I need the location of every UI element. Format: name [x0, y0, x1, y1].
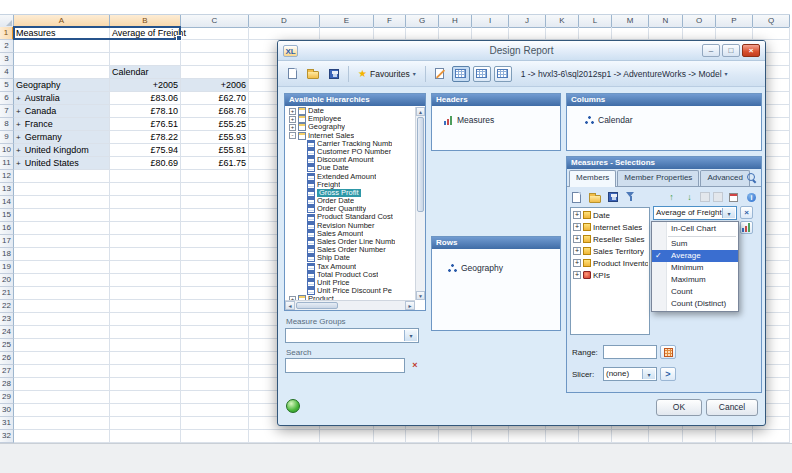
tree-item-carrier-tracking-numb[interactable]: Carrier Tracking Numb	[286, 140, 414, 148]
incell-chart-button[interactable]	[740, 221, 753, 234]
cell-Q32[interactable]	[753, 430, 790, 443]
range-picker-button[interactable]	[660, 345, 676, 359]
clear-selection-button[interactable]: ×	[740, 206, 753, 219]
search-clear-button[interactable]: ×	[409, 359, 421, 372]
cell-A31[interactable]	[14, 417, 110, 430]
chevron-down-icon[interactable]: ▾	[404, 330, 417, 341]
cell-A11[interactable]: +United States	[14, 157, 110, 170]
close-button[interactable]: ×	[742, 44, 760, 57]
row-header-28[interactable]: 28	[0, 378, 14, 391]
cell-N32[interactable]	[649, 430, 683, 443]
cell-B14[interactable]	[110, 196, 181, 209]
expand-icon[interactable]: +	[573, 223, 581, 231]
cell-O32[interactable]	[683, 430, 716, 443]
cell-B19[interactable]	[110, 261, 181, 274]
expand-icon[interactable]: +	[573, 271, 581, 279]
row-header-24[interactable]: 24	[0, 326, 14, 339]
headers-item-measures[interactable]: Measures	[432, 106, 560, 125]
cell-C23[interactable]	[181, 313, 249, 326]
menu-item-average[interactable]: ✓Average	[652, 250, 738, 262]
horizontal-scrollbar[interactable]: ◄ ►	[285, 300, 415, 310]
move-up-button[interactable]: ↑	[664, 190, 679, 205]
scrollbar-thumb[interactable]	[296, 302, 338, 309]
cell-E1[interactable]	[320, 27, 374, 40]
move-down-button[interactable]: ↓	[682, 190, 697, 205]
cell-Q1[interactable]	[753, 27, 790, 40]
cell-C30[interactable]	[181, 404, 249, 417]
cell-B13[interactable]	[110, 183, 181, 196]
tree-item-product-standard-cost[interactable]: Product Standard Cost	[286, 213, 414, 221]
menu-item-sum[interactable]: Sum	[652, 238, 738, 250]
cell-M32[interactable]	[612, 430, 649, 443]
cell-C26[interactable]	[181, 352, 249, 365]
view-button-1[interactable]	[452, 66, 470, 82]
cell-A3[interactable]	[14, 53, 110, 66]
cell-G1[interactable]	[406, 27, 439, 40]
tree-item-sales-order-line-numb[interactable]: Sales Order Line Numb	[286, 238, 414, 246]
cell-A20[interactable]	[14, 274, 110, 287]
tree-item-sales-amount[interactable]: Sales Amount	[286, 230, 414, 238]
tree-item-due-date[interactable]: Due Date	[286, 164, 414, 172]
cell-B5[interactable]: +2005	[110, 79, 181, 92]
cell-B1[interactable]: Average of Freight	[110, 27, 181, 40]
cell-B7[interactable]: £78.10	[110, 105, 181, 118]
expand-icon[interactable]: +	[573, 235, 581, 243]
cell-A14[interactable]	[14, 196, 110, 209]
refresh-button[interactable]	[286, 399, 300, 413]
tree-item-ship-date[interactable]: Ship Date	[286, 254, 414, 262]
row-header-31[interactable]: 31	[0, 417, 14, 430]
cell-P1[interactable]	[716, 27, 753, 40]
tree-item-internet-sales[interactable]: +Internet Sales	[572, 221, 648, 233]
cell-O1[interactable]	[683, 27, 716, 40]
expand-icon[interactable]: +	[573, 247, 581, 255]
row-header-14[interactable]: 14	[0, 196, 14, 209]
cell-C28[interactable]	[181, 378, 249, 391]
cell-C10[interactable]: £55.81	[181, 144, 249, 157]
cell-B29[interactable]	[110, 391, 181, 404]
filter-button[interactable]	[623, 190, 638, 205]
cell-B30[interactable]	[110, 404, 181, 417]
tree-item-sales-territory[interactable]: +Sales Territory	[572, 245, 648, 257]
row-header-22[interactable]: 22	[0, 300, 14, 313]
row-header-26[interactable]: 26	[0, 352, 14, 365]
tree-item-customer-po-number[interactable]: Customer PO Number	[286, 148, 414, 156]
dialog-titlebar[interactable]: XL Design Report – □ ×	[278, 41, 765, 61]
row-header-23[interactable]: 23	[0, 313, 14, 326]
cell-B10[interactable]: £75.94	[110, 144, 181, 157]
cell-B27[interactable]	[110, 365, 181, 378]
cell-A21[interactable]	[14, 287, 110, 300]
save-selection-button[interactable]	[605, 190, 620, 205]
cell-A8[interactable]: +France	[14, 118, 110, 131]
cell-A27[interactable]	[14, 365, 110, 378]
tree-item-extended-amount[interactable]: Extended Amount	[286, 173, 414, 181]
cell-D1[interactable]	[249, 27, 320, 40]
tree-item-order-date[interactable]: Order Date	[286, 197, 414, 205]
tree-item-date[interactable]: +Date	[286, 107, 414, 115]
tab-members[interactable]: Members	[569, 170, 616, 187]
cell-B31[interactable]	[110, 417, 181, 430]
aggregation-combo[interactable]: Average of Freight ▾	[653, 206, 737, 220]
cell-C19[interactable]	[181, 261, 249, 274]
cell-C18[interactable]	[181, 248, 249, 261]
cell-B8[interactable]: £76.51	[110, 118, 181, 131]
cell-B2[interactable]	[110, 40, 181, 53]
favourites-button[interactable]: ★ Favourites ▾	[354, 67, 420, 81]
edit-report-button[interactable]	[431, 65, 449, 83]
cell-I32[interactable]	[472, 430, 509, 443]
menu-item-in-cell-chart[interactable]: In-Cell Chart	[652, 223, 738, 235]
cell-A28[interactable]	[14, 378, 110, 391]
row-header-17[interactable]: 17	[0, 235, 14, 248]
cell-C32[interactable]	[181, 430, 249, 443]
scroll-left-button[interactable]: ◄	[285, 301, 295, 310]
row-header-12[interactable]: 12	[0, 170, 14, 183]
cell-C20[interactable]	[181, 274, 249, 287]
outline-expand-button[interactable]: +	[16, 93, 21, 105]
outline-expand-button[interactable]: +	[16, 132, 21, 144]
measure-groups-select[interactable]: ▾	[285, 328, 419, 343]
minimize-button[interactable]: –	[702, 44, 720, 57]
view-button-2[interactable]	[473, 66, 491, 82]
outline-expand-button[interactable]: +	[16, 106, 21, 118]
cell-A29[interactable]	[14, 391, 110, 404]
cell-P32[interactable]	[716, 430, 753, 443]
collapse-icon[interactable]: -	[289, 132, 296, 139]
